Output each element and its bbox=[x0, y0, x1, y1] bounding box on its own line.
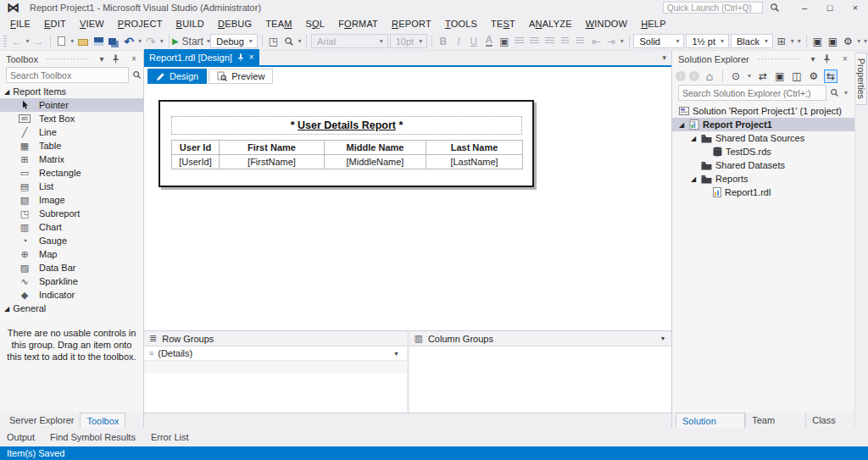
drag-grip[interactable] bbox=[757, 57, 799, 61]
toolbox-item-matrix[interactable]: ⊞ Matrix bbox=[0, 152, 143, 166]
preview-selected-items-icon[interactable]: ◫ bbox=[790, 69, 804, 83]
chevron-down-icon[interactable]: ▾ bbox=[70, 37, 75, 45]
italic-icon[interactable]: I bbox=[452, 34, 465, 49]
toolbar-grip[interactable] bbox=[3, 36, 7, 47]
header-cell[interactable]: Middle Name bbox=[325, 141, 426, 155]
data-cell[interactable]: [UserId] bbox=[172, 155, 220, 169]
borders-grid-icon[interactable]: ⊞ bbox=[775, 34, 788, 49]
navigate-forward-icon[interactable]: → bbox=[32, 34, 46, 49]
toolbox-item-sparkline[interactable]: ∿ Sparkline bbox=[0, 274, 143, 288]
wrench-icon[interactable]: ⚙ bbox=[807, 69, 821, 83]
chevron-down-icon[interactable]: ▾ bbox=[746, 72, 753, 80]
increase-indent-icon[interactable]: ⇥ bbox=[604, 34, 618, 49]
menu-item-format[interactable]: FORMAT bbox=[331, 15, 385, 32]
chevron-down-icon[interactable]: ▾ bbox=[843, 89, 849, 97]
border-color-combo[interactable]: Black ▾ bbox=[731, 34, 773, 48]
forward-icon[interactable]: › bbox=[689, 71, 699, 81]
tree-item-shared-datasets[interactable]: Shared Datasets bbox=[672, 158, 854, 172]
tab-solution-explorer[interactable]: Solution Explorer bbox=[676, 413, 745, 428]
font-family-combo[interactable]: Arial ▾ bbox=[311, 34, 388, 48]
toolbox-section-general[interactable]: ◢ General bbox=[0, 302, 143, 315]
collapse-all-icon[interactable]: ⊙ bbox=[729, 69, 743, 83]
document-list-icon[interactable]: ▾ bbox=[662, 53, 671, 65]
align-right-icon[interactable] bbox=[543, 34, 557, 49]
report-table[interactable]: User Id First Name Middle Name Last Name… bbox=[171, 140, 523, 169]
save-icon[interactable] bbox=[92, 34, 105, 49]
report-title-textbox[interactable]: * User Details Report * bbox=[171, 116, 522, 135]
tree-item-report-project1[interactable]: ◢ Report Project1 bbox=[672, 118, 854, 131]
chevron-down-icon[interactable]: ▾ bbox=[659, 335, 666, 342]
data-cell[interactable]: [MiddleName] bbox=[325, 155, 426, 169]
pin-icon[interactable] bbox=[237, 53, 244, 62]
restore-button[interactable]: □ bbox=[817, 1, 843, 14]
menu-item-help[interactable]: HELP bbox=[634, 15, 673, 32]
search-icon[interactable] bbox=[830, 88, 839, 97]
toolbox-item-list[interactable]: ▤ List bbox=[0, 180, 143, 193]
navigate-back-icon[interactable]: ← bbox=[10, 34, 24, 49]
pin-icon[interactable] bbox=[112, 54, 124, 64]
align-center-icon[interactable] bbox=[528, 34, 542, 49]
underline-icon[interactable]: U bbox=[467, 34, 481, 49]
toolbox-item-map[interactable]: ⊕ Map bbox=[0, 247, 143, 261]
chevron-down-icon[interactable]: ▾ bbox=[137, 37, 142, 45]
menu-item-edit[interactable]: EDIT bbox=[37, 15, 73, 32]
tab-output[interactable]: Output bbox=[7, 432, 35, 442]
report-design-surface[interactable]: * User Details Report * User Id First Na… bbox=[144, 84, 671, 330]
tab-toolbox[interactable]: Toolbox bbox=[80, 413, 125, 428]
tree-item-testds[interactable]: TestDS.rds bbox=[672, 145, 854, 158]
debug-target-combo[interactable]: Debug ▾ bbox=[210, 34, 257, 48]
window-position-icon[interactable]: ▾ bbox=[807, 54, 819, 64]
menu-item-team[interactable]: TEAM bbox=[259, 15, 298, 32]
close-icon[interactable]: × bbox=[128, 54, 140, 64]
decrease-indent-icon[interactable]: ⇤ bbox=[589, 34, 603, 49]
menu-item-debug[interactable]: DEBUG bbox=[211, 15, 259, 32]
align-left-icon[interactable] bbox=[513, 34, 526, 49]
chevron-down-icon[interactable]: ▾ bbox=[159, 37, 164, 45]
search-icon[interactable] bbox=[132, 70, 142, 80]
expander-icon[interactable]: ◢ bbox=[677, 121, 686, 129]
close-icon[interactable]: × bbox=[249, 53, 254, 62]
toolbox-search-input[interactable] bbox=[6, 67, 129, 83]
border-style-combo[interactable]: Solid ▾ bbox=[633, 34, 684, 48]
sync-with-active-document-icon[interactable]: ⇆ bbox=[824, 69, 837, 83]
tab-find-symbol-results[interactable]: Find Symbol Results bbox=[50, 432, 136, 442]
tab-design[interactable]: Design bbox=[147, 69, 207, 84]
close-button[interactable]: × bbox=[843, 1, 868, 14]
toolbox-item-pointer[interactable]: Pointer bbox=[0, 98, 143, 112]
toolbox-item-table[interactable]: ▦ Table bbox=[0, 139, 143, 152]
show-all-files-icon[interactable]: ▣ bbox=[773, 69, 787, 83]
header-cell[interactable]: First Name bbox=[220, 141, 325, 155]
tree-item-report1-rdl[interactable]: Report1.rdl bbox=[672, 186, 854, 199]
start-debug-button[interactable]: ▶ Start ▾ bbox=[174, 34, 209, 49]
chevron-down-icon[interactable]: ▾ bbox=[790, 37, 795, 45]
home-icon[interactable]: ⌂ bbox=[703, 69, 716, 83]
header-cell[interactable]: Last Name bbox=[426, 141, 523, 155]
undo-icon[interactable]: ↶ bbox=[122, 34, 136, 49]
tab-class-view[interactable]: Class View bbox=[805, 413, 854, 428]
expander-icon[interactable]: ◢ bbox=[689, 175, 698, 183]
back-icon[interactable]: ‹ bbox=[676, 71, 686, 81]
tree-item-reports[interactable]: ◢ Reports bbox=[672, 172, 854, 186]
font-size-combo[interactable]: 10pt ▾ bbox=[390, 34, 427, 48]
menu-item-view[interactable]: VIEW bbox=[73, 15, 111, 32]
toolbox-item-gauge[interactable]: ◔ Gauge bbox=[0, 234, 143, 247]
bold-icon[interactable]: B bbox=[437, 34, 450, 49]
report-data-icon[interactable]: ▣ bbox=[810, 34, 824, 49]
menu-item-tools[interactable]: TOOLS bbox=[438, 15, 484, 32]
window-position-icon[interactable]: ▾ bbox=[96, 54, 108, 64]
toolbox-item-textbox[interactable]: ab Text Box bbox=[0, 112, 143, 125]
numbered-list-icon[interactable] bbox=[559, 34, 572, 49]
drag-grip[interactable] bbox=[46, 57, 88, 61]
menu-item-test[interactable]: TEST bbox=[484, 15, 522, 32]
tab-properties[interactable]: Properties bbox=[856, 53, 867, 105]
toolbox-item-line[interactable]: ╱ Line bbox=[0, 125, 143, 139]
toolbar-options-icon[interactable]: ▾ bbox=[856, 37, 861, 45]
toolbox-item-chart[interactable]: ▥ Chart bbox=[0, 220, 143, 234]
menu-item-build[interactable]: BUILD bbox=[170, 15, 211, 32]
border-width-combo[interactable]: 1½ pt ▾ bbox=[686, 34, 729, 48]
find-in-files-icon[interactable]: ◳ bbox=[267, 34, 281, 49]
search-icon[interactable] bbox=[770, 3, 780, 13]
tab-error-list[interactable]: Error List bbox=[151, 432, 189, 442]
header-cell[interactable]: User Id bbox=[172, 141, 220, 155]
pin-icon[interactable] bbox=[823, 54, 835, 64]
